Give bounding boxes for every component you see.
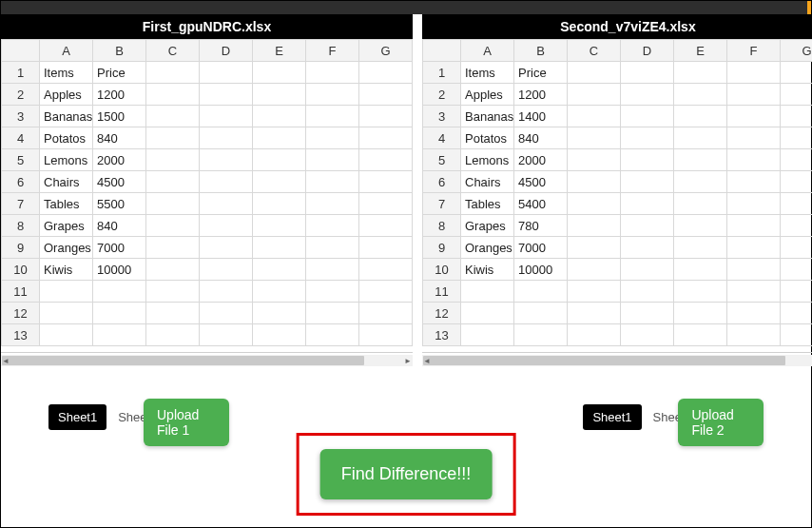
- cell[interactable]: [253, 149, 306, 171]
- cell[interactable]: 1500: [93, 106, 146, 127]
- cell[interactable]: [359, 303, 413, 324]
- cell[interactable]: 4500: [514, 171, 568, 193]
- cell[interactable]: [200, 106, 253, 127]
- cell[interactable]: [621, 259, 674, 281]
- row-header[interactable]: 7: [2, 193, 40, 215]
- cell[interactable]: [146, 237, 200, 259]
- cell[interactable]: [674, 127, 727, 149]
- cell[interactable]: 2000: [93, 149, 146, 171]
- cell[interactable]: [359, 215, 413, 237]
- cell[interactable]: [146, 84, 200, 106]
- cell[interactable]: [621, 84, 674, 106]
- cell[interactable]: [621, 324, 674, 346]
- row-header[interactable]: 6: [423, 171, 461, 193]
- cell[interactable]: [727, 62, 781, 84]
- col-header[interactable]: G: [781, 40, 813, 62]
- row-header[interactable]: 9: [2, 237, 40, 259]
- cell[interactable]: Price: [93, 62, 146, 84]
- col-header[interactable]: A: [40, 40, 93, 62]
- row-header[interactable]: 5: [423, 149, 461, 171]
- upload-file-1-button[interactable]: Upload File 1: [144, 399, 229, 446]
- cell[interactable]: [359, 171, 413, 193]
- cell[interactable]: Potatos: [461, 127, 514, 149]
- row-header[interactable]: 12: [2, 303, 40, 324]
- cell[interactable]: [146, 149, 200, 171]
- left-hscrollbar[interactable]: ◄ ►: [1, 355, 413, 366]
- row-header[interactable]: 10: [423, 259, 461, 281]
- cell[interactable]: [621, 106, 674, 127]
- cell[interactable]: 5500: [93, 193, 146, 215]
- col-header[interactable]: B: [514, 40, 568, 62]
- cell[interactable]: Tables: [40, 193, 93, 215]
- cell[interactable]: [621, 303, 674, 324]
- cell[interactable]: [621, 127, 674, 149]
- cell[interactable]: [461, 324, 514, 346]
- cell[interactable]: [306, 324, 359, 346]
- cell[interactable]: [568, 171, 621, 193]
- cell[interactable]: [253, 127, 306, 149]
- cell[interactable]: [568, 149, 621, 171]
- cell[interactable]: [781, 237, 813, 259]
- cell[interactable]: 10000: [514, 259, 568, 281]
- cell[interactable]: [461, 303, 514, 324]
- cell[interactable]: [200, 171, 253, 193]
- cell[interactable]: [200, 259, 253, 281]
- cell[interactable]: [359, 149, 413, 171]
- col-header[interactable]: F: [306, 40, 359, 62]
- cell[interactable]: [781, 62, 813, 84]
- col-header[interactable]: A: [461, 40, 514, 62]
- cell[interactable]: [621, 149, 674, 171]
- cell[interactable]: [727, 193, 781, 215]
- cell[interactable]: Bananas: [40, 106, 93, 127]
- cell[interactable]: 7000: [514, 237, 568, 259]
- cell[interactable]: Kiwis: [40, 259, 93, 281]
- col-header[interactable]: D: [621, 40, 674, 62]
- cell[interactable]: [781, 193, 813, 215]
- cell[interactable]: [727, 84, 781, 106]
- cell[interactable]: [781, 281, 813, 303]
- row-header[interactable]: 1: [423, 62, 461, 84]
- cell[interactable]: [146, 106, 200, 127]
- scroll-left-icon[interactable]: ◄: [1, 355, 10, 366]
- cell[interactable]: [306, 303, 359, 324]
- row-header[interactable]: 13: [423, 324, 461, 346]
- cell[interactable]: [253, 324, 306, 346]
- cell[interactable]: [306, 281, 359, 303]
- cell[interactable]: [200, 193, 253, 215]
- cell[interactable]: [359, 193, 413, 215]
- col-header[interactable]: E: [674, 40, 727, 62]
- cell[interactable]: Apples: [40, 84, 93, 106]
- row-header[interactable]: 3: [2, 106, 40, 127]
- cell[interactable]: 1400: [514, 106, 568, 127]
- cell[interactable]: Lemons: [40, 149, 93, 171]
- cell[interactable]: [568, 281, 621, 303]
- cell[interactable]: [146, 193, 200, 215]
- col-header[interactable]: C: [146, 40, 200, 62]
- cell[interactable]: [727, 324, 781, 346]
- cell[interactable]: [727, 149, 781, 171]
- cell[interactable]: [568, 259, 621, 281]
- cell[interactable]: [781, 127, 813, 149]
- sheet-tab-1[interactable]: Sheet1: [583, 404, 641, 430]
- cell[interactable]: [306, 106, 359, 127]
- cell[interactable]: [253, 303, 306, 324]
- cell[interactable]: [306, 62, 359, 84]
- cell[interactable]: [359, 84, 413, 106]
- cell[interactable]: Chairs: [40, 171, 93, 193]
- cell[interactable]: [306, 84, 359, 106]
- cell[interactable]: [200, 281, 253, 303]
- row-header[interactable]: 10: [2, 259, 40, 281]
- cell[interactable]: Oranges: [40, 237, 93, 259]
- scroll-left-icon[interactable]: ◄: [422, 355, 432, 366]
- cell[interactable]: [568, 237, 621, 259]
- cell[interactable]: Bananas: [461, 106, 514, 127]
- cell[interactable]: [781, 106, 813, 127]
- cell[interactable]: [727, 215, 781, 237]
- cell[interactable]: [253, 215, 306, 237]
- cell[interactable]: Tables: [461, 193, 514, 215]
- row-header[interactable]: 5: [2, 149, 40, 171]
- cell[interactable]: [306, 149, 359, 171]
- cell[interactable]: [253, 84, 306, 106]
- right-grid[interactable]: A B C D E F G 1ItemsPrice2Apples12003Ban…: [422, 39, 812, 346]
- cell[interactable]: [674, 281, 727, 303]
